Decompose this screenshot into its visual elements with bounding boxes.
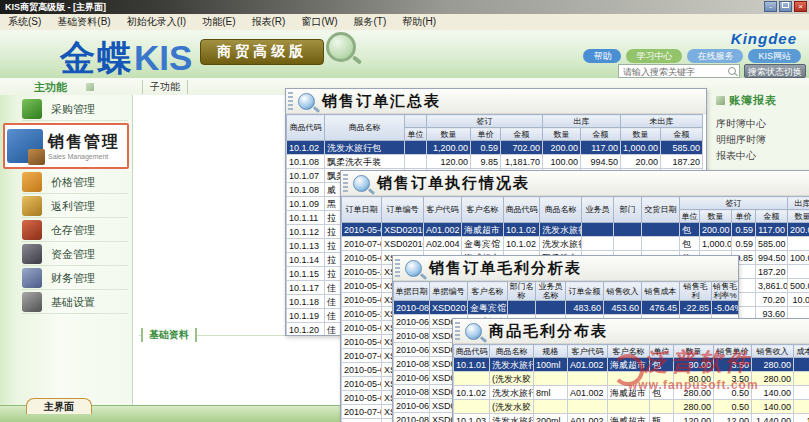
table-row[interactable]: 2010-07-0XSD02010A02.004金粤宾馆10.1.02洗发水旅行…	[342, 237, 809, 251]
table-row[interactable]: 10.1.02洗发水旅行8mlA01.002海威超市包280.000.50140…	[454, 386, 809, 400]
sidebar-module[interactable]: 销售管理 Sales Management	[3, 123, 129, 169]
window-titlebar[interactable]: KIS商贸高级版 - [主界面] - ×	[0, 0, 809, 14]
kingdee-cn-logo: 金蝶	[60, 38, 134, 77]
sidebar-module-label: 仓存管理	[51, 223, 95, 238]
menu-item[interactable]: 基础资料(B)	[49, 15, 118, 29]
sidebar-module[interactable]: 财务管理	[22, 267, 128, 290]
minimize-button[interactable]: -	[764, 1, 777, 12]
sidebar-module-label: 价格管理	[51, 175, 95, 190]
column-header: 商品代码	[454, 345, 490, 358]
finance-icon	[22, 268, 42, 288]
column-header: 商品名称	[540, 197, 582, 223]
column-group-header: 出库	[788, 197, 809, 210]
column-header: 商品名称	[325, 115, 405, 141]
report-window-titlebar[interactable]: 销售订单毛利分析表	[393, 256, 738, 281]
kingdee-logo: Kingdee	[731, 30, 797, 47]
column-header: 商品代码	[504, 197, 540, 223]
table-row[interactable]: 10.1.08飘柔洗衣手装120.009.851,181.70100.00994…	[287, 155, 703, 169]
column-header: 单价	[732, 210, 756, 223]
sidebar-module-label: 财务管理	[51, 271, 95, 286]
magnifier-icon	[298, 93, 315, 110]
panel-link[interactable]: 明细序时簿	[716, 132, 809, 148]
tab-main-screen[interactable]: 主界面	[26, 398, 92, 414]
brand: 金蝶KIS商贸高级版	[60, 32, 356, 82]
sub-function-label: 子功能	[142, 80, 188, 94]
menu-item[interactable]: 系统(S)	[0, 15, 49, 29]
sidebar-module[interactable]: 价格管理	[22, 171, 128, 194]
learning-center-button[interactable]: 学习中心	[626, 49, 682, 63]
base-data-label: 基础资料	[141, 328, 197, 342]
column-header: 单位	[405, 128, 427, 141]
close-button[interactable]: ×	[794, 1, 807, 12]
report-window-title: 商品毛利分布表	[489, 322, 608, 341]
search-box	[618, 64, 740, 78]
menu-item[interactable]: 功能(E)	[194, 15, 243, 29]
maximize-icon	[782, 2, 789, 8]
column-header: 商品名称	[490, 345, 534, 358]
table-row[interactable]: 2010-05-0XSD02010A01.002海威超市10.1.02洗发水旅行…	[342, 223, 809, 237]
online-service-button[interactable]: 在线服务	[687, 49, 743, 63]
drag-grip[interactable]	[288, 92, 293, 110]
drag-grip[interactable]	[343, 174, 348, 192]
magnifier-icon	[353, 175, 370, 192]
panel-link[interactable]: 序时簿中心	[716, 116, 809, 132]
table-row[interactable]: 10.1.01洗发水旅行100mlA01.002海威超市包80.003.5028…	[454, 358, 809, 372]
sales-icon	[7, 129, 43, 163]
column-header: 部门	[614, 197, 642, 223]
column-header: 单据日期	[394, 282, 430, 301]
menu-item[interactable]: 初始化录入(I)	[119, 15, 194, 29]
drag-grip[interactable]	[455, 322, 460, 340]
sidebar-module-label: 资金管理	[51, 247, 95, 262]
table-row[interactable]: (洗发水胶280.000.50140.000.3510	[454, 400, 809, 414]
purchase-icon	[22, 99, 42, 119]
profit-distribution-window: 商品毛利分布表 商品代码商品名称规格客户代码客户名称单位数量销售单价销售收入成本…	[452, 318, 809, 422]
price-icon	[22, 172, 42, 192]
funds-icon	[22, 244, 42, 264]
magnifier-graphic	[326, 32, 356, 62]
panel-link-group: 序时簿中心明细序时簿报表中心	[716, 116, 809, 164]
sidebar-module[interactable]: 基础设置	[22, 291, 128, 314]
column-header: 销售成本	[642, 282, 680, 301]
menu-item[interactable]: 窗口(W)	[293, 15, 345, 29]
pencil-icon	[86, 83, 94, 91]
menu-item[interactable]: 服务(T)	[345, 15, 394, 29]
menu-item[interactable]: 报表(R)	[243, 15, 293, 29]
sidebar-module[interactable]: 资金管理	[22, 243, 128, 266]
sidebar-module-label: 销售管理	[48, 132, 120, 153]
column-header: 订单编号	[382, 197, 424, 223]
column-header: 销售毛利	[680, 282, 712, 301]
sidebar-module[interactable]: 仓存管理	[22, 219, 128, 242]
column-header: 单据编号	[430, 282, 468, 301]
column-header: 数量	[427, 128, 471, 141]
sidebar-module[interactable]: 返利管理	[22, 195, 128, 218]
book-icon	[716, 96, 725, 105]
window-controls: - ×	[764, 1, 807, 12]
search-toggle-button[interactable]: 搜索状态切换	[744, 64, 806, 78]
column-header: 规格	[534, 345, 568, 358]
column-header: 销售毛利率%	[712, 282, 739, 301]
menu-item[interactable]: 帮助(H)	[394, 15, 444, 29]
table-row[interactable]: 10.1.03洗发水旅行200mlA01.002海威超市瓶120.0012.00…	[454, 414, 809, 422]
column-header: 金额	[581, 128, 621, 141]
magnifier-icon	[405, 260, 422, 277]
table-row[interactable]: (洗发水胶80.003.50280.003.0024	[454, 372, 809, 386]
kis-website-button[interactable]: KIS网站	[748, 49, 801, 63]
maximize-button[interactable]	[779, 1, 792, 12]
sidebar-module[interactable]: 采购管理	[22, 98, 128, 121]
report-window-titlebar[interactable]: 销售订单执行情况表	[341, 171, 809, 196]
report-window-titlebar[interactable]: 商品毛利分布表	[453, 319, 809, 344]
table-row[interactable]: 2010-08-0XSD02010金粤宾馆483.60453.60476.45-…	[394, 301, 739, 315]
report-window-title: 销售订单执行情况表	[377, 174, 530, 193]
sidebar-module-label: 采购管理	[51, 102, 95, 117]
search-icon[interactable]	[728, 67, 736, 75]
table-row[interactable]: 10.1.02洗发水旅行包1,200.000.59702.00200.00117…	[287, 141, 703, 155]
help-button[interactable]: 帮助	[583, 49, 621, 63]
report-window-titlebar[interactable]: 销售订单汇总表	[286, 89, 706, 114]
window-title: KIS商贸高级版 - [主界面]	[0, 1, 106, 14]
search-input[interactable]	[621, 65, 725, 78]
column-group-header: 签订	[427, 115, 543, 128]
profit-distribution-table[interactable]: 商品代码商品名称规格客户代码客户名称单位数量销售单价销售收入成本单价销售成本10…	[453, 344, 809, 422]
app-window: KIS商贸高级版 - [主界面] - × 系统(S)基础资料(B)初始化录入(I…	[0, 0, 809, 422]
panel-link[interactable]: 报表中心	[716, 148, 809, 164]
drag-grip[interactable]	[395, 259, 400, 277]
